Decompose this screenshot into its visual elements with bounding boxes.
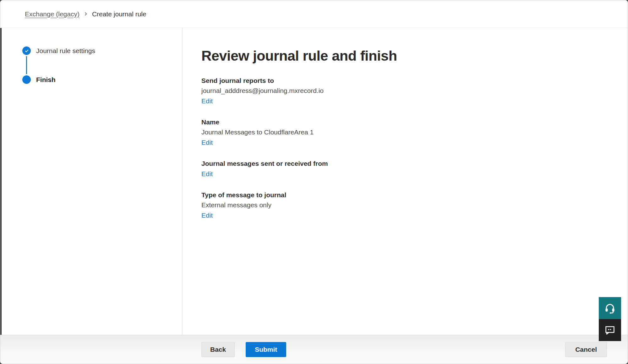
wizard-step-list: Journal rule settings Finish <box>22 46 182 84</box>
step-label: Journal rule settings <box>36 47 95 55</box>
journal-report-address-value: journal_adddress@journaling.mxrecord.io <box>201 86 615 95</box>
field-label: Type of message to journal <box>201 191 615 199</box>
edit-name-link[interactable]: Edit <box>201 138 213 147</box>
field-label: Name <box>201 118 615 126</box>
cancel-button[interactable]: Cancel <box>565 342 607 357</box>
create-journal-rule-wizard-window: Exchange (legacy) › Create journal rule … <box>0 0 628 364</box>
wizard-footer: Back Submit Cancel <box>0 335 628 364</box>
breadcrumb-exchange-legacy-link[interactable]: Exchange (legacy) <box>25 10 79 18</box>
edit-reports-to-link[interactable]: Edit <box>201 97 213 105</box>
section-send-journal-reports-to: Send journal reports to journal_adddress… <box>201 76 615 105</box>
chat-bubble-dots-icon <box>604 325 615 336</box>
section-journal-messages-scope: Journal messages sent or received from E… <box>201 159 615 178</box>
review-panel: Review journal rule and finish Send jour… <box>183 28 628 335</box>
wizard-body: Journal rule settings Finish Review jour… <box>0 28 628 335</box>
step-journal-rule-settings[interactable]: Journal rule settings <box>22 46 182 55</box>
headset-icon <box>604 302 616 314</box>
rule-name-value: Journal Messages to CloudflareArea 1 <box>201 128 615 136</box>
page-title: Review journal rule and finish <box>201 47 615 64</box>
breadcrumb-current-page: Create journal rule <box>92 10 146 18</box>
step-connector-line <box>26 56 27 74</box>
field-label: Send journal reports to <box>201 76 615 85</box>
edit-type-link[interactable]: Edit <box>201 211 213 220</box>
edit-scope-link[interactable]: Edit <box>201 170 213 178</box>
assistance-button-stack <box>599 297 621 341</box>
section-name: Name Journal Messages to CloudflareArea … <box>201 118 615 147</box>
step-current-dot-icon <box>22 75 31 84</box>
chevron-right-icon: › <box>85 9 87 18</box>
step-finish[interactable]: Finish <box>22 75 182 84</box>
back-button[interactable]: Back <box>201 342 235 357</box>
feedback-button[interactable] <box>599 319 621 341</box>
breadcrumb-bar: Exchange (legacy) › Create journal rule <box>0 0 628 28</box>
section-type-of-message: Type of message to journal External mess… <box>201 191 615 220</box>
message-type-value: External messages only <box>201 201 615 209</box>
step-completed-checkmark-icon <box>22 46 31 55</box>
field-label: Journal messages sent or received from <box>201 159 615 168</box>
support-button[interactable] <box>599 297 621 319</box>
breadcrumb: Exchange (legacy) › Create journal rule <box>25 10 146 19</box>
submit-button[interactable]: Submit <box>246 342 286 357</box>
wizard-steps-sidebar: Journal rule settings Finish <box>2 28 183 335</box>
step-label: Finish <box>36 76 56 84</box>
